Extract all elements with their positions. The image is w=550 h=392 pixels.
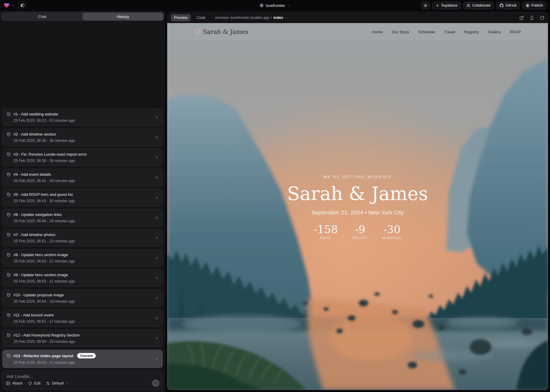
history-item-title: #4 - Add event details: [14, 172, 51, 177]
site-nav: Home Our Story Schedule Travel Registry …: [372, 30, 521, 34]
hero-subtitle: September 21, 2024 • New York City: [167, 209, 548, 216]
history-icon: [7, 354, 11, 358]
history-item-3[interactable]: #3 - Fix: Resolve Lucide-react import er…: [2, 149, 163, 166]
chevron-right-icon: [155, 196, 159, 200]
history-item-7[interactable]: #7 - Add timeline photos 25 Feb 2025, 08…: [2, 229, 163, 247]
nav-travel[interactable]: Travel: [444, 30, 455, 34]
countdown-days-value: -158: [314, 224, 338, 235]
lovable-logo-heart-icon[interactable]: [4, 2, 10, 8]
history-item-timestamp: 25 Feb 2025, 08:53 - 21 minutes ago: [7, 259, 152, 263]
send-button[interactable]: [152, 379, 159, 387]
tab-history[interactable]: History: [83, 13, 163, 20]
history-item-5[interactable]: #5 - Add RSVP form and guest list 25 Feb…: [2, 189, 163, 206]
history-item-timestamp: 25 Feb 2025, 09:03 - 11 minutes ago: [7, 361, 152, 365]
chevron-right-icon: [155, 276, 159, 280]
history-item-title: #3 - Fix: Resolve Lucide-react import er…: [14, 152, 86, 157]
history-item-10[interactable]: #10 - Update proposal image 25 Feb 2025,…: [2, 289, 163, 307]
history-item-timestamp: 25 Feb 2025, 08:22 - 52 minutes ago: [7, 118, 152, 123]
history-item-8[interactable]: #8 - Update hero section image 25 Feb 20…: [2, 249, 163, 267]
history-item-11[interactable]: #11 - Add brunch event 25 Feb 2025, 08:5…: [2, 310, 163, 327]
project-switcher[interactable]: lovefrontier: [259, 0, 290, 11]
github-button[interactable]: GitHub: [496, 2, 520, 9]
history-icon: [7, 273, 11, 277]
countdown-days: -158 DAYS: [314, 224, 338, 240]
nav-schedule[interactable]: Schedule: [418, 30, 435, 34]
chevron-right-icon: [155, 236, 159, 240]
countdown-hours-label: HOURS: [350, 236, 370, 240]
project-name: lovefrontier: [266, 3, 285, 8]
wedding-site-preview: Sarah & James Home Our Story Schedule Tr…: [167, 23, 548, 390]
countdown-hours-value: -9: [350, 224, 370, 235]
countdown-hours: -9 HOURS: [350, 224, 370, 240]
site-header: Sarah & James Home Our Story Schedule Tr…: [167, 23, 548, 40]
history-item-title: #9 - Update hero section image: [14, 273, 68, 277]
history-icon: [7, 253, 11, 257]
chevron-right-icon: [155, 357, 159, 361]
tab-preview[interactable]: Preview: [171, 14, 191, 21]
supabase-bolt-icon: [436, 4, 440, 7]
history-item-13-current[interactable]: #13 - Refactor index page layoutCurrent …: [2, 350, 163, 368]
chevron-right-icon: [155, 296, 159, 300]
history-item-timestamp: 25 Feb 2025, 08:43 - 30 minutes ago: [7, 199, 152, 203]
chat-sidebar: Chat History #1 - Add wedding website 25…: [0, 11, 165, 392]
sliders-icon: [46, 381, 50, 385]
image-icon: [6, 381, 10, 385]
target-icon: [28, 381, 32, 385]
workspace-chevron-down-icon[interactable]: [11, 4, 15, 7]
history-item-title: #11 - Add brunch event: [14, 313, 53, 317]
collaborate-button[interactable]: Collaborate: [463, 2, 494, 9]
history-item-1[interactable]: #1 - Add wedding website 25 Feb 2025, 08…: [2, 109, 163, 126]
history-item-9[interactable]: #9 - Update hero section image 25 Feb 20…: [2, 269, 163, 287]
countdown-minutes: -30 MINUTES: [382, 224, 401, 240]
history-item-title: #12 - Add Honeyfund Registry Section: [14, 333, 80, 337]
history-item-title: #10 - Update proposal image: [14, 293, 64, 297]
tab-code[interactable]: Code: [193, 14, 209, 21]
topbar: lovefrontier Supabase Collaborate GitHub…: [0, 0, 550, 11]
edit-label: Edit: [34, 381, 41, 385]
mobile-view-icon[interactable]: [530, 16, 534, 20]
history-item-6[interactable]: #6 - Update navigation links 25 Feb 2025…: [2, 209, 163, 226]
history-item-2[interactable]: #2 - Add timeline section 25 Feb 2025, 0…: [2, 129, 163, 146]
mode-select-button[interactable]: Default: [46, 381, 69, 385]
preview-url[interactable]: preview--lovefrontier.lovable.app / inde…: [215, 16, 288, 20]
sidebar-tabbar: Chat History: [1, 12, 164, 21]
panel-left-icon: [20, 3, 25, 7]
open-external-icon[interactable]: [519, 16, 524, 20]
chevron-right-icon: [155, 256, 159, 260]
history-item-4[interactable]: #4 - Add event details 25 Feb 2025, 08:4…: [2, 169, 163, 186]
chevron-down-icon: [285, 16, 288, 19]
history-icon: [7, 333, 11, 337]
url-page: index: [273, 16, 283, 20]
edit-button[interactable]: Edit: [28, 381, 41, 385]
history-icon: [7, 132, 11, 136]
history-icon: [7, 293, 11, 297]
site-logo[interactable]: Sarah & James: [194, 28, 249, 35]
current-badge: Current: [77, 353, 96, 358]
tab-chat[interactable]: Chat: [2, 13, 83, 20]
github-icon: [500, 4, 503, 7]
nav-gallery[interactable]: Gallery: [488, 30, 501, 34]
nav-registry[interactable]: Registry: [464, 30, 479, 34]
gear-icon: [424, 4, 428, 7]
history-icon: [7, 112, 11, 116]
chevron-right-icon: [155, 135, 159, 139]
nav-home[interactable]: Home: [372, 30, 383, 34]
refresh-icon[interactable]: [540, 16, 544, 20]
settings-button[interactable]: [422, 2, 430, 9]
arrow-up-icon: [154, 381, 158, 385]
users-icon: [467, 4, 470, 7]
chevron-right-icon: [155, 115, 159, 119]
history-item-title: #6 - Update navigation links: [14, 212, 62, 217]
history-item-12[interactable]: #12 - Add Honeyfund Registry Section 25 …: [2, 330, 163, 347]
nav-our-story[interactable]: Our Story: [392, 30, 409, 34]
countdown-minutes-value: -30: [382, 224, 401, 235]
ask-lovable-input[interactable]: [7, 374, 159, 379]
nav-rsvp[interactable]: RSVP: [510, 30, 521, 34]
chevron-down-icon: [287, 4, 291, 7]
history-item-timestamp: 25 Feb 2025, 08:48 - 26 minutes ago: [7, 219, 152, 223]
history-icon: [7, 313, 11, 317]
sidebar-toggle-button[interactable]: [18, 2, 27, 9]
publish-button[interactable]: Publish: [522, 2, 546, 9]
attach-button[interactable]: Attach: [6, 381, 23, 385]
supabase-button[interactable]: Supabase: [432, 2, 461, 9]
